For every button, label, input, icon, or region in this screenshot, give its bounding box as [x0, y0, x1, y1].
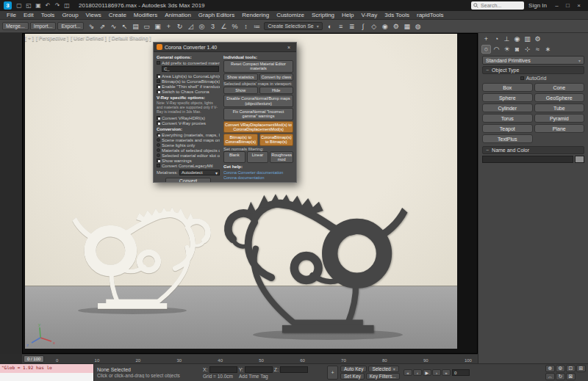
zoom-extents-button[interactable]: ⊡ — [566, 365, 576, 372]
conversion-scope-option[interactable]: Selected material editor slot only — [157, 153, 220, 158]
next-frame-button[interactable]: › — [432, 369, 441, 376]
zoom-all-button[interactable]: ⊚ — [556, 365, 565, 372]
normals-filter-button[interactable]: Roughness mod — [270, 151, 293, 164]
tab-display[interactable]: ▥ — [523, 35, 532, 43]
vray-option[interactable]: Convert V-Ray proxies — [157, 120, 220, 126]
go-to-start-button[interactable]: « — [404, 369, 412, 376]
disable-bump-maps-button[interactable]: Disable CoronaNormal/Bump maps (object/t… — [223, 95, 293, 107]
minimize-button[interactable]: – — [551, 2, 562, 9]
object-type-button[interactable]: Cylinder — [482, 104, 533, 112]
align-icon[interactable]: ≡ — [336, 21, 346, 32]
dark-horse-sculpture[interactable] — [228, 194, 407, 333]
menu-item[interactable]: Help — [338, 12, 357, 18]
category-lights[interactable]: ☀ — [502, 45, 512, 54]
zoom-button[interactable]: ⊕ — [545, 365, 555, 372]
fix-gamma-button[interactable]: Fix CoronaNormal "Incorrect gamma" warni… — [223, 108, 293, 120]
window-crossing-icon[interactable]: ▣ — [152, 21, 162, 32]
menu-item[interactable]: Create — [105, 12, 130, 18]
object-type-button[interactable]: Box — [482, 83, 533, 92]
merge-button[interactable]: Merge... — [2, 22, 29, 30]
selection-set-key-dropdown[interactable]: Selected ▾ — [368, 366, 398, 372]
menu-item[interactable]: Rendering — [238, 12, 273, 18]
maps-hide-button[interactable]: Hide — [259, 87, 294, 94]
sign-in-button[interactable]: Sign In — [528, 2, 547, 9]
menu-item[interactable]: Graph Editors — [195, 12, 238, 18]
object-type-button[interactable]: Sphere — [482, 93, 533, 102]
select-and-rotate-icon[interactable]: ↻ — [174, 21, 184, 32]
autogrid-option[interactable]: AutoGrid — [482, 74, 584, 82]
close-button[interactable]: × — [573, 2, 584, 9]
general-option[interactable]: Switch to Chaos Corona — [157, 89, 220, 94]
percent-snap-icon[interactable]: % — [229, 21, 240, 32]
tab-motion[interactable]: ◉ — [512, 35, 522, 43]
open-file-icon[interactable]: ◱ — [24, 2, 33, 9]
tab-hierarchy[interactable]: ⊥ — [502, 35, 512, 43]
render-production-icon[interactable]: ◍ — [413, 21, 423, 32]
menu-item[interactable]: Views — [82, 12, 105, 18]
object-type-button[interactable]: Torus — [482, 114, 533, 123]
rendered-frame-window-icon[interactable]: ▦ — [402, 21, 412, 32]
viewport-label-segment[interactable]: [ User Defined ] — [71, 35, 107, 40]
category-geometry[interactable]: ○ — [481, 45, 491, 54]
angle-snap-icon[interactable]: ∠ — [218, 21, 229, 32]
general-option[interactable]: Area Light(s) to CoronaLight(s) — [157, 73, 220, 79]
prefix-input[interactable] — [162, 66, 219, 72]
y-coordinate-input[interactable] — [245, 366, 273, 373]
menu-item[interactable]: rapidTools — [413, 12, 447, 18]
viewport-label-segment[interactable]: [ Perspective ] — [36, 35, 68, 40]
menu-item[interactable]: Group — [58, 12, 82, 18]
select-and-scale-icon[interactable]: ◿ — [185, 21, 196, 32]
tab-create[interactable]: + — [481, 35, 491, 43]
use-pivot-point-icon[interactable]: ◎ — [196, 21, 207, 32]
search-field[interactable]: Search... — [471, 1, 524, 10]
conversion-option[interactable]: Show warnings — [157, 158, 220, 163]
app-logo[interactable]: 3 — [4, 1, 12, 10]
select-and-link-icon[interactable]: ⇘ — [86, 21, 96, 32]
name-color-rollout-header[interactable]: − Name and Color — [482, 146, 584, 154]
previous-frame-button[interactable]: ‹ — [413, 369, 422, 376]
object-type-button[interactable]: Teapot — [482, 124, 533, 133]
select-object-icon[interactable]: ↖ — [119, 21, 129, 32]
checkbox[interactable] — [157, 84, 160, 88]
object-type-button[interactable]: TextPlus — [482, 134, 533, 143]
set-key-button[interactable]: Set Key — [340, 373, 365, 380]
checkbox[interactable] — [157, 90, 160, 93]
object-type-rollout-header[interactable]: − Object Type — [482, 66, 584, 74]
add-time-tag[interactable]: Add Time Tag — [239, 374, 268, 379]
category-cameras[interactable]: ◙ — [512, 45, 522, 54]
menu-item[interactable]: Tools — [37, 12, 59, 18]
maximize-button[interactable]: □ — [562, 2, 573, 9]
named-selection-sets-dropdown[interactable]: Create Selection Se ▾ — [264, 22, 322, 30]
conversion-option[interactable]: Convert CoronaLegacyMtl — [157, 163, 220, 168]
schematic-view-icon[interactable]: ◇ — [369, 21, 379, 32]
tab-modify[interactable]: ◔ — [492, 35, 501, 43]
listener-input-line[interactable] — [0, 373, 93, 381]
checkbox[interactable] — [157, 164, 160, 167]
metalness-dropdown[interactable]: Autodetect ▾ — [179, 170, 220, 175]
select-and-move-icon[interactable]: + — [163, 21, 173, 32]
object-type-button[interactable]: Pyramid — [534, 114, 585, 123]
reset-material-editor-button[interactable]: Reset Compact Material Editor materials — [223, 60, 293, 73]
conversion-scope-option[interactable]: Scene lights only — [157, 142, 220, 148]
normals-filter-button[interactable]: Blank — [223, 151, 245, 164]
mirror-icon[interactable]: ◐ — [325, 21, 335, 32]
new-scene-icon[interactable]: ▢ — [15, 2, 24, 9]
help-link[interactable]: Corona Converter documentation — [223, 170, 293, 175]
x-coordinate-input[interactable] — [209, 366, 237, 373]
object-type-button[interactable]: Tube — [534, 104, 585, 112]
scene-explorer-icon[interactable]: ≣ — [347, 21, 357, 32]
general-option[interactable]: Enable "Thin shell" if translucent — [157, 84, 220, 89]
radio-button[interactable] — [157, 153, 160, 157]
key-filters-button[interactable]: Key Filters... — [366, 373, 400, 380]
radio-button[interactable] — [157, 148, 160, 152]
curve-editor-icon[interactable]: ∫ — [358, 21, 368, 32]
dialog-title-bar[interactable]: Corona Converter 1.40 × — [154, 43, 296, 52]
auto-key-button[interactable]: Auto Key — [340, 366, 367, 372]
checkbox[interactable] — [157, 79, 160, 83]
help-link[interactable]: Learn more about albedo — [223, 181, 293, 183]
viewport-label-segment[interactable]: [ Default Shading ] — [109, 35, 151, 40]
radio-button[interactable] — [157, 138, 160, 142]
menu-item[interactable]: V-Ray — [358, 12, 381, 18]
object-name-input[interactable] — [482, 156, 573, 163]
rectangular-selection-region-icon[interactable]: ▭ — [141, 21, 151, 32]
